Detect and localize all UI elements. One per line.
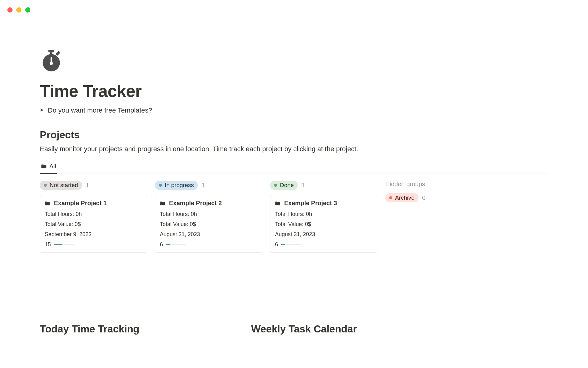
close-window-button[interactable] (7, 7, 13, 13)
status-pill-done[interactable]: Done (270, 181, 298, 190)
card-date: August 31, 2023 (275, 231, 372, 238)
card-total-value: Total Value: 0$ (160, 221, 257, 228)
status-pill-not-started[interactable]: Not started (40, 181, 82, 190)
status-label: In progress (165, 182, 194, 189)
archive-count: 0 (422, 194, 425, 201)
column-count: 1 (301, 182, 305, 189)
maximize-window-button[interactable] (25, 7, 30, 13)
status-label: Done (280, 182, 294, 189)
card-total-hours: Total Hours: 0h (160, 211, 257, 217)
tab-all[interactable]: All (40, 161, 57, 174)
card-total-value: Total Value: 0$ (45, 221, 142, 228)
project-card[interactable]: Example Project 2 Total Hours: 0h Total … (155, 195, 262, 253)
status-dot-icon (389, 196, 392, 199)
progress-number: 6 (160, 241, 163, 248)
caret-right-icon (40, 108, 44, 113)
stopwatch-icon (40, 49, 548, 72)
progress-bar (54, 244, 74, 245)
card-title: Example Project 1 (54, 200, 107, 207)
progress-number: 15 (45, 241, 51, 248)
status-label: Archive (395, 194, 414, 201)
project-card[interactable]: Example Project 1 Total Hours: 0h Total … (40, 195, 147, 253)
column-in-progress: In progress 1 Example Project 2 Total Ho… (155, 181, 262, 253)
tab-all-label: All (49, 163, 56, 170)
weekly-task-calendar-heading: Weekly Task Calendar (251, 323, 357, 335)
column-not-started: Not started 1 Example Project 1 Total Ho… (40, 181, 147, 253)
hidden-groups-label: Hidden groups (385, 181, 465, 188)
card-title: Example Project 3 (284, 200, 337, 207)
today-time-tracking-heading: Today Time Tracking (40, 323, 227, 335)
svg-point-5 (50, 62, 53, 65)
page-title: Time Tracker (40, 81, 548, 101)
folder-icon (160, 201, 165, 206)
minimize-window-button[interactable] (16, 7, 21, 13)
kanban-board: Not started 1 Example Project 1 Total Ho… (40, 181, 548, 253)
status-pill-in-progress[interactable]: In progress (155, 181, 198, 190)
card-date: September 9, 2023 (45, 231, 142, 238)
status-pill-archive[interactable]: Archive (385, 193, 418, 202)
progress-bar (281, 244, 301, 245)
progress-bar (166, 244, 186, 245)
status-dot-icon (159, 184, 162, 187)
status-dot-icon (274, 184, 277, 187)
status-label: Not started (50, 182, 78, 189)
view-tabs: All (40, 161, 548, 174)
column-count: 1 (86, 182, 89, 189)
card-title: Example Project 2 (169, 200, 222, 207)
card-date: August 31, 2023 (160, 231, 257, 238)
status-dot-icon (44, 184, 47, 187)
templates-toggle[interactable]: Do you want more free Templates? (40, 106, 548, 114)
templates-toggle-label: Do you want more free Templates? (48, 106, 152, 114)
project-card[interactable]: Example Project 3 Total Hours: 0h Total … (270, 195, 377, 253)
progress-number: 6 (275, 241, 278, 248)
svg-marker-6 (41, 108, 43, 112)
folder-icon (41, 163, 47, 169)
projects-description: Easily monitor your projects and progres… (40, 145, 548, 153)
projects-heading: Projects (40, 129, 548, 141)
card-total-value: Total Value: 0$ (275, 221, 372, 228)
column-done: Done 1 Example Project 3 Total Hours: 0h… (270, 181, 377, 253)
column-count: 1 (202, 182, 205, 189)
card-total-hours: Total Hours: 0h (275, 211, 372, 217)
folder-icon (275, 201, 281, 206)
folder-icon (45, 201, 50, 206)
window-traffic-lights[interactable] (7, 7, 30, 13)
svg-rect-0 (48, 50, 54, 52)
card-total-hours: Total Hours: 0h (45, 211, 142, 217)
hidden-groups: Hidden groups Archive 0 (385, 181, 465, 253)
svg-rect-2 (55, 51, 60, 56)
